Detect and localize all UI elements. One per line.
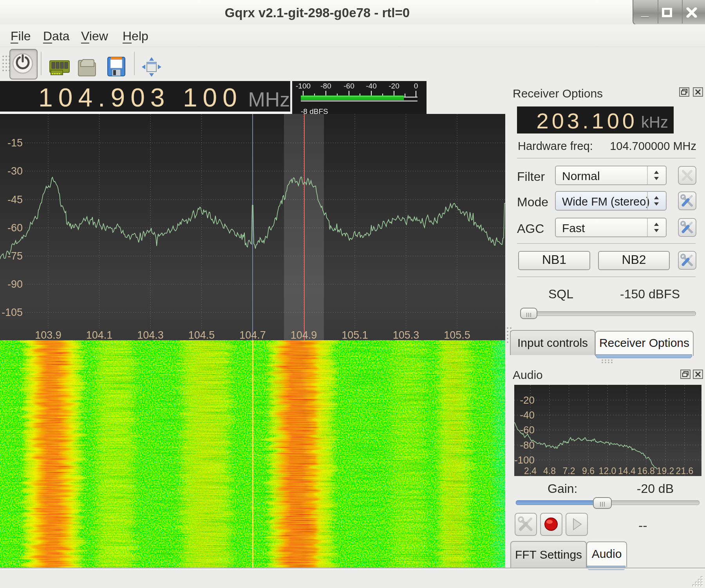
svg-text:-100: -100	[296, 82, 311, 90]
svg-text:104.3: 104.3	[137, 329, 164, 340]
svg-text:104.1: 104.1	[86, 329, 113, 340]
svg-text:16.8: 16.8	[637, 466, 655, 476]
svg-text:105.3: 105.3	[393, 329, 419, 340]
svg-text:-8 dBFS: -8 dBFS	[301, 107, 328, 114]
svg-text:-20: -20	[520, 394, 535, 406]
svg-text:2.4: 2.4	[524, 466, 537, 476]
svg-text:-75: -75	[7, 250, 23, 262]
svg-text:7.2: 7.2	[563, 466, 575, 476]
svg-text:-105: -105	[2, 307, 23, 318]
svg-text:9.6: 9.6	[582, 466, 595, 476]
svg-text:-60: -60	[7, 222, 23, 234]
svg-text:-80: -80	[320, 82, 331, 90]
svg-text:-80: -80	[520, 439, 535, 451]
svg-text:-45: -45	[7, 194, 23, 206]
svg-text:12.0: 12.0	[599, 466, 616, 476]
svg-text:104.7: 104.7	[239, 329, 266, 340]
svg-text:19.2: 19.2	[657, 466, 674, 476]
svg-text:14.4: 14.4	[618, 466, 636, 476]
svg-text:-20: -20	[389, 82, 399, 90]
svg-text:-100: -100	[514, 454, 535, 466]
svg-text:4.8: 4.8	[543, 466, 556, 476]
svg-text:-30: -30	[7, 165, 23, 177]
svg-text:-60: -60	[343, 82, 354, 90]
svg-text:-60: -60	[520, 424, 535, 436]
svg-text:105.5: 105.5	[444, 329, 470, 340]
svg-text:-40: -40	[520, 409, 535, 421]
svg-text:105.1: 105.1	[342, 329, 368, 340]
svg-text:104.9: 104.9	[291, 329, 317, 340]
svg-text:103.9: 103.9	[35, 329, 61, 340]
svg-text:-15: -15	[7, 137, 23, 149]
svg-text:0: 0	[414, 82, 418, 90]
svg-text:-40: -40	[366, 82, 376, 90]
svg-text:104.5: 104.5	[188, 329, 215, 340]
svg-text:-90: -90	[7, 278, 23, 290]
svg-text:21.6: 21.6	[676, 466, 694, 476]
